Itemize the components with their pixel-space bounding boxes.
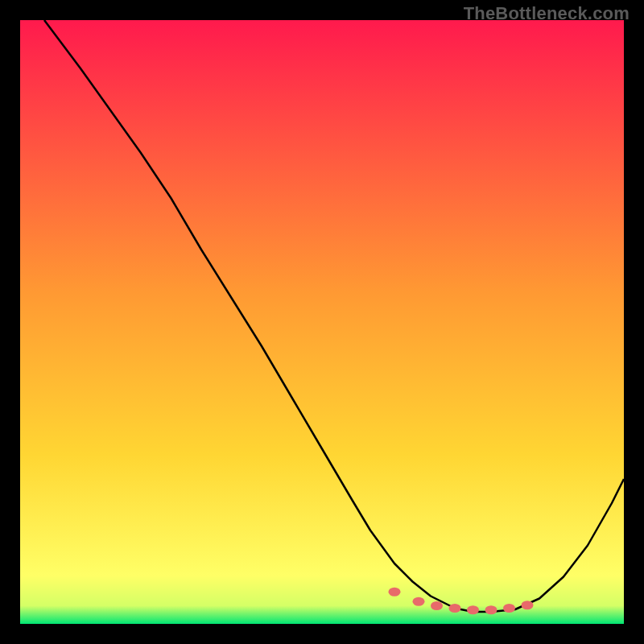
data-marker	[485, 605, 497, 614]
data-marker	[503, 604, 515, 613]
chart-svg	[20, 20, 624, 624]
plot-area	[20, 20, 624, 624]
chart-container: TheBottleneck.com	[0, 0, 644, 644]
data-marker	[389, 588, 401, 597]
data-marker	[449, 604, 461, 613]
data-marker	[467, 605, 479, 614]
data-marker	[522, 601, 534, 609]
data-marker	[413, 597, 425, 606]
data-marker	[431, 601, 443, 610]
